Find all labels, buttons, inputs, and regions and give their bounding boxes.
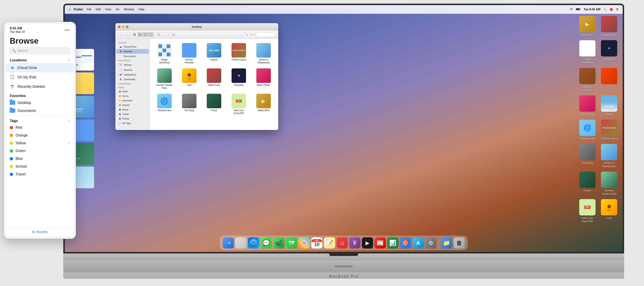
menu-window[interactable]: Window	[122, 7, 136, 12]
maximize-button[interactable]	[126, 26, 128, 28]
sidebar-tag-music[interactable]: Music	[116, 107, 149, 112]
menu-view[interactable]: View	[103, 7, 114, 12]
dock-appletv[interactable]: ▶	[362, 237, 373, 248]
dock-files[interactable]: 📁	[441, 237, 452, 248]
sidebar-tag-important[interactable]: Important	[116, 98, 149, 103]
file-integer-worksheet[interactable]: Integer Worksheet	[153, 42, 176, 66]
sidebar-desktop[interactable]: 🖥 Desktop	[116, 49, 149, 54]
desktop-icon-iceland[interactable]: ICELAND Iceland	[599, 95, 619, 116]
desktop-icon-the-gang[interactable]: The Gang	[578, 144, 597, 168]
dock-music[interactable]: ♫	[337, 237, 348, 248]
tag-blue[interactable]: Blue	[6, 155, 74, 163]
desktop-icon-fire2[interactable]	[599, 68, 619, 92]
file-chinese-opera[interactable]: Chinese Opera Chinese Opera	[227, 42, 250, 66]
dock-system-prefs[interactable]: ⚙	[425, 237, 436, 248]
menu-help[interactable]: Help	[136, 7, 146, 12]
desktop-icon-malibu[interactable]: ▶ Malibu.MOV	[578, 16, 597, 37]
file-summer-garden[interactable]: Summer Garden Party	[153, 67, 176, 91]
list-view-button[interactable]	[138, 33, 142, 37]
sidebar-applications[interactable]: 🚀 Applications	[116, 72, 149, 77]
search-menubar-icon[interactable]: 🔍	[603, 8, 607, 11]
desktop-icon-integer[interactable]: Integer Worksheet	[578, 40, 597, 64]
sidebar-airdrop[interactable]: AirDrop	[116, 62, 149, 68]
tag-school[interactable]: School	[6, 163, 74, 170]
ipad-favorite-desktop[interactable]: Desktop	[6, 99, 74, 107]
file-malibu-mov[interactable]: ▶ Malibu.MOV	[252, 92, 275, 116]
sidebar-downloads[interactable]: ⬇ Downloads	[116, 77, 149, 82]
dock-appstore[interactable]: A	[413, 237, 424, 248]
desktop-icon-kids-pdf[interactable]: PDF Kids Color Chart.PDF	[578, 199, 597, 223]
file-leaf[interactable]: 🌻 Leaf	[178, 67, 201, 91]
file-pinwheel-idea[interactable]: 🌀 Pinwheel Idea	[153, 92, 176, 116]
dock-keynote[interactable]: 🎯	[400, 237, 411, 248]
file-kitchen-remodel[interactable]: Kitchen Remodel	[178, 42, 201, 66]
sidebar-documents[interactable]: 📄 Documents	[116, 54, 149, 59]
tag-yellow[interactable]: Yellow ∨	[6, 139, 74, 147]
dock-launchpad[interactable]	[235, 237, 246, 248]
sidebar-all-tags[interactable]: All Tags...	[116, 121, 149, 125]
sidebar-tag-school[interactable]: School	[116, 103, 149, 107]
dock-safari[interactable]	[248, 237, 259, 248]
close-button[interactable]	[118, 26, 120, 28]
desktop-icon-macro[interactable]: Macro Flower	[578, 95, 597, 116]
tag-red[interactable]: Red	[6, 124, 74, 131]
file-history-skateboards[interactable]: History of Skateboards	[252, 42, 275, 66]
file-fireworks[interactable]: ✦ Fireworks	[227, 67, 250, 91]
minimize-button[interactable]	[122, 26, 124, 28]
ipad-recents-bar[interactable]: ⊕ Recents	[6, 227, 74, 236]
file-the-gang[interactable]: The Gang	[178, 92, 201, 116]
sidebar-tag-home[interactable]: Home	[116, 94, 149, 98]
sidebar-icloud-drive[interactable]: ☁ iCloud Drive	[116, 44, 149, 49]
menu-file[interactable]: File	[84, 7, 94, 12]
desktop-icon-kitchen[interactable]: Kitchen Remodel	[578, 68, 597, 92]
desktop-icon-leaf[interactable]: 🌻 Leaf	[599, 199, 619, 223]
tags-button[interactable]: ⊕	[171, 33, 176, 37]
back-button[interactable]: ‹	[118, 33, 123, 37]
dock-news[interactable]: 📰	[375, 237, 386, 248]
action-button[interactable]: ⚙	[156, 33, 161, 37]
finder-search-bar[interactable]: 🔍 Search	[243, 32, 276, 37]
icon-view-button[interactable]	[132, 33, 137, 37]
dock-messages[interactable]: 💬	[261, 237, 272, 248]
dock-finder[interactable]	[223, 237, 234, 248]
desktop-icon-italian-coast[interactable]: Italian Coast	[599, 16, 619, 37]
tags-chevron-icon[interactable]: ∨	[68, 119, 70, 123]
sidebar-tag-travel[interactable]: Travel	[116, 112, 149, 116]
tag-orange[interactable]: Orange	[6, 131, 74, 139]
desktop-icon-forest[interactable]: Forest	[578, 172, 597, 195]
sidebar-tag-work[interactable]: Work	[116, 89, 149, 94]
desktop-icon-chinese-opera[interactable]: Chinese Opera Chinese Opera	[599, 120, 619, 140]
forward-button[interactable]: ›	[125, 33, 130, 37]
file-forest[interactable]: Forest	[202, 92, 226, 116]
dock-facetime[interactable]: 📹	[273, 237, 284, 248]
desktop-icon-fireworks[interactable]: ✦ Fireworks	[599, 40, 619, 64]
ipad-location-icloud[interactable]: iCloud Drive	[6, 63, 74, 72]
tag-travel[interactable]: Travel	[6, 170, 74, 178]
dock-trash[interactable]: 🗑	[454, 237, 465, 248]
file-macro-flower[interactable]: Macro Flower	[252, 67, 275, 91]
dock-maps[interactable]: 🗺	[286, 237, 297, 248]
ipad-location-onipad[interactable]: On My iPad	[6, 72, 74, 82]
ipad-dots-menu[interactable]: •••	[64, 28, 70, 32]
menu-go[interactable]: Go	[114, 7, 122, 12]
file-italian-coast[interactable]: Italian Coast	[202, 67, 226, 91]
desktop-icon-summer-garden[interactable]: Summer Garden Party	[599, 172, 619, 195]
ipad-favorite-documents[interactable]: Documents	[6, 107, 74, 115]
file-iceland[interactable]: ICELAND Iceland	[202, 42, 226, 66]
control-center-icon[interactable]: ☰	[616, 8, 618, 11]
column-view-button[interactable]	[143, 33, 148, 37]
gallery-view-button[interactable]	[148, 33, 154, 37]
file-kids-pdf[interactable]: PDF Kids Color Chart.PDF	[227, 92, 250, 116]
dock-calendar[interactable]: TUE 10	[311, 237, 322, 248]
dock-podcasts[interactable]: 🎙	[349, 237, 360, 248]
siri-icon[interactable]: 🔴	[610, 8, 613, 11]
share-button[interactable]: ↑	[164, 33, 168, 37]
tag-green[interactable]: Green	[6, 147, 74, 155]
dock-notes[interactable]: 📝	[324, 237, 335, 248]
desktop-icon-pinwheel[interactable]: 🌀 Pinwheel Idea	[578, 120, 597, 140]
sidebar-recents[interactable]: 🕐 Recents	[116, 68, 149, 72]
desktop-icon-history-skate[interactable]: History of Skateboards	[599, 144, 619, 168]
dock-photos[interactable]: 🌸	[299, 237, 310, 248]
sidebar-tag-family[interactable]: Family	[116, 116, 149, 121]
ipad-search-bar[interactable]: 🔍 Search	[9, 47, 70, 55]
